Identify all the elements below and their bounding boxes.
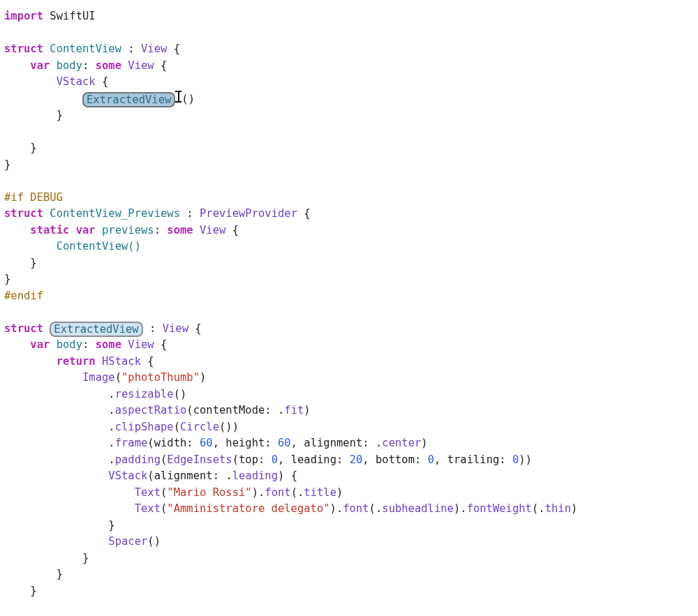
enum-fit: fit — [284, 404, 304, 416]
type-view: View — [163, 322, 188, 335]
type-edgeinsets: EdgeInsets — [167, 453, 232, 466]
keyword-var: var — [76, 224, 96, 236]
placeholder-extractedview-call[interactable]: ExtractedView — [82, 92, 175, 107]
method-font: font — [343, 502, 369, 515]
keyword-return: return — [57, 355, 96, 368]
type-spacer: Spacer — [108, 535, 147, 548]
type-view: View — [141, 43, 167, 55]
text-cursor-icon — [175, 91, 181, 103]
method-resizable: resizable — [115, 388, 174, 400]
enum-subheadline: subheadline — [382, 502, 454, 515]
keyword-some: some — [96, 338, 121, 351]
number-0: 0 — [428, 453, 434, 466]
keyword-struct: struct — [4, 322, 43, 335]
type-image: Image — [82, 371, 115, 384]
number-60: 60 — [200, 437, 213, 449]
method-fontweight: fontWeight — [467, 502, 532, 515]
type-previewprovider: PreviewProvider — [200, 207, 297, 220]
keyword-struct: struct — [4, 207, 43, 220]
type-view: View — [128, 59, 154, 72]
type-hstack: HStack — [102, 355, 141, 368]
method-padding: padding — [115, 453, 161, 466]
enum-leading: leading — [232, 469, 278, 482]
type-text: Text — [135, 502, 161, 515]
enum-title: title — [304, 486, 336, 499]
string-phototumb: "photoThumb" — [121, 371, 200, 384]
prop-body: body — [57, 59, 82, 72]
method-frame: frame — [115, 437, 148, 449]
keyword-struct: struct — [4, 43, 43, 55]
method-font: font — [265, 486, 290, 499]
directive-if-debug: #if DEBUG — [4, 191, 63, 204]
method-clipshape: clipShape — [115, 421, 174, 433]
prop-body: body — [57, 338, 82, 351]
contentview-call: ContentView() — [57, 240, 141, 253]
enum-thin: thin — [545, 502, 571, 515]
placeholder-extractedview-decl[interactable]: ExtractedView — [50, 322, 142, 337]
module-swiftui: SwiftUI — [50, 10, 95, 22]
keyword-static: static — [30, 224, 69, 236]
type-vstack: VStack — [108, 469, 147, 482]
enum-center: center — [382, 437, 421, 449]
type-previews: ContentView_Previews — [50, 207, 180, 220]
keyword-some: some — [96, 59, 121, 72]
keyword-var: var — [30, 59, 50, 72]
number-60: 60 — [278, 437, 291, 449]
number-20: 20 — [350, 453, 363, 466]
code-editor[interactable]: import SwiftUI struct ContentView : View… — [0, 0, 698, 599]
prop-previews: previews — [102, 224, 154, 236]
type-view: View — [128, 338, 154, 351]
keyword-import: import — [4, 10, 43, 22]
string-mario: "Mario Rossi" — [167, 486, 251, 499]
keyword-var: var — [30, 338, 50, 351]
type-text: Text — [135, 486, 161, 499]
number-0: 0 — [512, 453, 519, 466]
directive-endif: #endif — [4, 290, 43, 302]
type-vstack: VStack — [57, 75, 96, 88]
type-view: View — [200, 224, 225, 236]
string-amm: "Amministratore delegato" — [167, 502, 329, 515]
method-aspectratio: aspectRatio — [115, 404, 187, 416]
type-contentview: ContentView — [50, 43, 121, 55]
keyword-some: some — [167, 224, 193, 236]
number-0: 0 — [272, 453, 278, 466]
type-circle: Circle — [180, 421, 219, 433]
